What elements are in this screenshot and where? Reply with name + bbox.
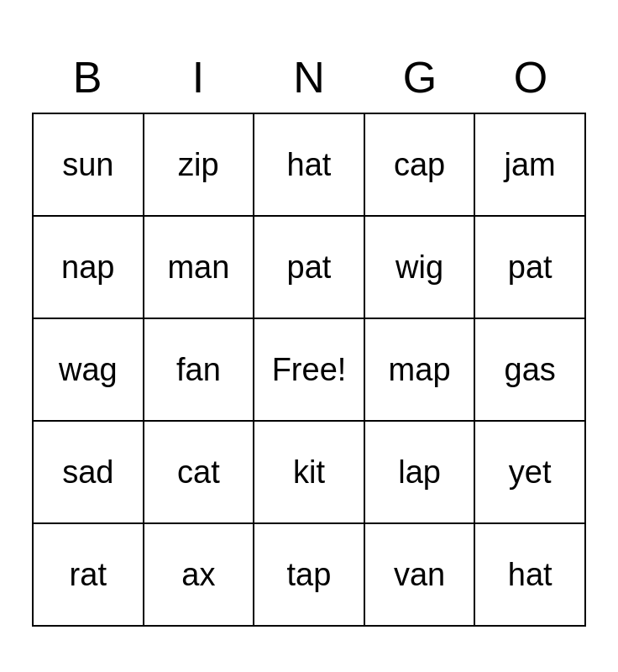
cell-r1-c1: sun (34, 114, 144, 215)
table-row: sad cat kit lap yet (34, 422, 584, 524)
header-n: N (254, 45, 364, 109)
bingo-header: B I N G O (32, 45, 586, 109)
cell-r1-c4: cap (365, 114, 476, 215)
header-o: O (475, 45, 586, 109)
cell-r5-c2: ax (144, 524, 255, 625)
header-b: B (32, 45, 143, 109)
cell-r5-c5: hat (475, 524, 584, 625)
cell-r5-c3: tap (254, 524, 365, 625)
cell-r2-c3: pat (254, 217, 365, 318)
cell-r2-c2: man (144, 217, 255, 318)
cell-r2-c5: pat (475, 217, 584, 318)
cell-r2-c4: wig (365, 217, 476, 318)
cell-r4-c1: sad (34, 422, 144, 522)
table-row: sun zip hat cap jam (34, 114, 584, 217)
bingo-grid: sun zip hat cap jam nap man pat wig pat … (32, 113, 586, 627)
cell-r5-c4: van (365, 524, 476, 625)
cell-r1-c2: zip (144, 114, 255, 215)
cell-r4-c3: kit (254, 422, 365, 522)
cell-r3-c2: fan (144, 319, 255, 420)
cell-r4-c2: cat (144, 422, 255, 522)
cell-r3-c4: map (365, 319, 476, 420)
table-row: wag fan Free! map gas (34, 319, 584, 422)
table-row: nap man pat wig pat (34, 217, 584, 319)
cell-r1-c3: hat (254, 114, 365, 215)
table-row: rat ax tap van hat (34, 524, 584, 625)
cell-r3-c1: wag (34, 319, 144, 420)
header-i: I (143, 45, 254, 109)
cell-r5-c1: rat (34, 524, 144, 625)
cell-r2-c1: nap (34, 217, 144, 318)
bingo-card: B I N G O sun zip hat cap jam nap man pa… (15, 29, 603, 643)
cell-r4-c5: yet (475, 422, 584, 522)
cell-r3-c5: gas (475, 319, 584, 420)
cell-r3-c3: Free! (254, 319, 365, 420)
header-g: G (364, 45, 475, 109)
cell-r4-c4: lap (365, 422, 476, 522)
cell-r1-c5: jam (475, 114, 584, 215)
